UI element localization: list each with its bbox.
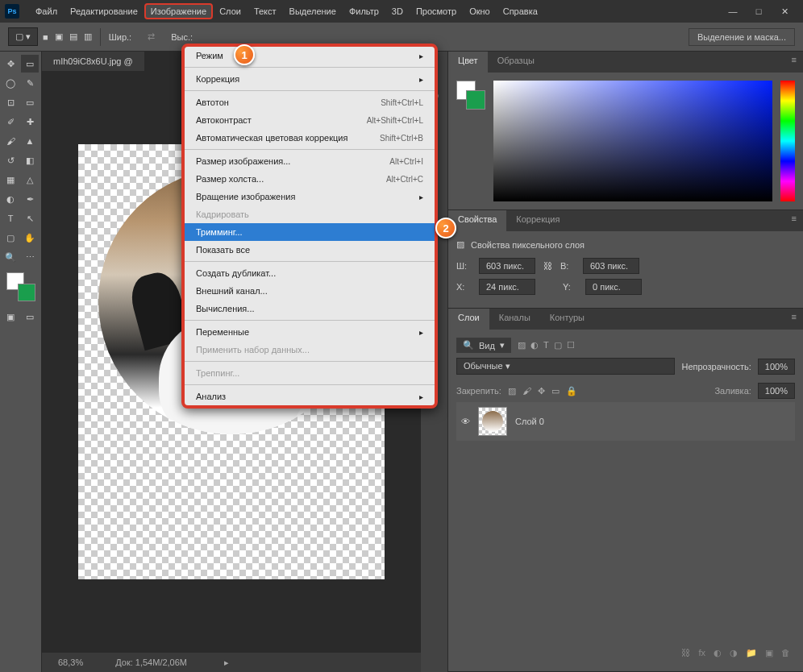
gradient-tool[interactable]: ▦ (2, 171, 19, 189)
menu-item-создать-дубликат-[interactable]: Создать дубликат... (185, 264, 435, 282)
shape-tool[interactable]: ▢ (2, 229, 19, 247)
menu-просмотр[interactable]: Просмотр (410, 3, 463, 19)
lock-all-icon[interactable]: ▨ (508, 386, 516, 396)
blend-mode-select[interactable]: Обычные ▾ (456, 358, 675, 375)
new-group-icon[interactable]: 📁 (746, 648, 757, 658)
new-selection-icon[interactable]: ■ (43, 32, 48, 42)
panel-menu-icon[interactable]: ≡ (785, 52, 803, 73)
menu-item-переменные[interactable]: Переменные (185, 323, 435, 341)
swap-icon[interactable]: ⇄ (148, 31, 155, 42)
panel-menu-icon[interactable]: ≡ (785, 210, 803, 231)
menu-3d[interactable]: 3D (385, 3, 410, 19)
menu-item-вращение-изображения[interactable]: Вращение изображения (185, 188, 435, 205)
menu-окно[interactable]: Окно (463, 3, 497, 19)
new-layer-icon[interactable]: ▣ (765, 648, 773, 658)
eraser-tool[interactable]: ◧ (21, 151, 39, 169)
menu-item-коррекция[interactable]: Коррекция (185, 70, 435, 88)
chevron-right-icon[interactable]: ▸ (224, 657, 229, 668)
close-button[interactable]: ✕ (779, 6, 790, 17)
menu-item-автоконтраст[interactable]: АвтоконтрастAlt+Shift+Ctrl+L (185, 111, 435, 129)
menu-фильтр[interactable]: Фильтр (343, 3, 385, 19)
opacity-input[interactable]: 100% (758, 359, 795, 375)
quick-select-tool[interactable]: ✎ (21, 74, 39, 92)
link-icon[interactable]: ⛓ (543, 261, 552, 271)
filter-shape-icon[interactable]: ▢ (554, 340, 562, 351)
path-select-tool[interactable]: ↖ (21, 209, 39, 227)
minimize-button[interactable]: — (727, 6, 739, 17)
move-tool[interactable]: ✥ (2, 55, 19, 73)
lock-artboard-icon[interactable]: ▭ (551, 386, 560, 396)
tab-swatches[interactable]: Образцы (488, 52, 544, 73)
fg-bg-swatches[interactable] (456, 81, 485, 110)
y-input[interactable]: 0 пикс. (585, 279, 642, 295)
tool-preset-selector[interactable]: ▢ ▾ (8, 27, 38, 46)
maximize-button[interactable]: □ (753, 6, 764, 17)
blur-tool[interactable]: △ (21, 171, 39, 189)
lock-position-icon[interactable]: ✥ (538, 386, 545, 396)
menu-item-автоматическая-цветовая-коррекция[interactable]: Автоматическая цветовая коррекцияShift+C… (185, 129, 435, 147)
menu-item-анализ[interactable]: Анализ (185, 388, 435, 405)
type-tool[interactable]: T (2, 209, 19, 227)
screen-mode-toggle[interactable]: ▭ (21, 308, 39, 326)
tab-paths[interactable]: Контуры (540, 309, 594, 330)
x-input[interactable]: 24 пикс. (479, 279, 535, 295)
menu-файл[interactable]: Файл (29, 3, 64, 19)
menu-item-автотон[interactable]: АвтотонShift+Ctrl+L (185, 93, 435, 111)
zoom-tool[interactable]: 🔍 (2, 248, 19, 266)
marquee-tool[interactable]: ▭ (21, 55, 39, 73)
menu-item-размер-изображения-[interactable]: Размер изображения...Alt+Ctrl+I (185, 152, 435, 170)
tab-properties[interactable]: Свойства (448, 210, 506, 231)
tab-layers[interactable]: Слои (448, 309, 489, 330)
subtract-selection-icon[interactable]: ▤ (69, 31, 77, 42)
visibility-icon[interactable]: 👁 (461, 417, 470, 426)
menu-слои[interactable]: Слои (213, 3, 248, 19)
healing-tool[interactable]: ✚ (21, 113, 39, 131)
menu-item-показать-все[interactable]: Показать все (185, 241, 435, 259)
lock-pixels-icon[interactable]: 🖌 (522, 386, 531, 396)
frame-tool[interactable]: ▭ (21, 93, 39, 111)
menu-item-внешний-канал-[interactable]: Внешний канал... (185, 282, 435, 300)
layer-fx-icon[interactable]: fx (698, 648, 705, 658)
quickmask-toggle[interactable]: ▣ (2, 308, 19, 326)
select-and-mask-button[interactable]: Выделение и маска... (689, 28, 795, 46)
filter-smart-icon[interactable]: ☐ (567, 340, 575, 351)
delete-icon[interactable]: 🗑 (781, 648, 790, 658)
eyedropper-tool[interactable]: ✐ (2, 113, 19, 131)
link-layers-icon[interactable]: ⛓ (681, 648, 690, 658)
menu-редактирование[interactable]: Редактирование (64, 3, 144, 19)
layer-filter[interactable]: 🔍 Вид ▾ (456, 338, 511, 353)
color-field[interactable] (493, 81, 772, 201)
lock-icon[interactable]: 🔒 (566, 386, 577, 396)
history-brush-tool[interactable]: ↺ (2, 151, 19, 169)
intersect-selection-icon[interactable]: ▥ (84, 31, 92, 42)
crop-tool[interactable]: ⊡ (2, 93, 19, 111)
new-fill-icon[interactable]: ◑ (730, 648, 738, 658)
hand-tool[interactable]: ✋ (21, 229, 39, 247)
menu-item-размер-холста-[interactable]: Размер холста...Alt+Ctrl+C (185, 170, 435, 188)
height-input[interactable]: 603 пикс. (583, 258, 639, 274)
stamp-tool[interactable]: ▲ (21, 132, 39, 150)
document-tab[interactable]: mIh09iC8x6U.jpg @ (42, 52, 144, 71)
filter-pixel-icon[interactable]: ▨ (518, 340, 526, 351)
menu-item-тримминг-[interactable]: Тримминг... (185, 223, 435, 241)
width-input[interactable]: 603 пикс. (479, 258, 535, 274)
tab-channels[interactable]: Каналы (489, 309, 540, 330)
panel-menu-icon[interactable]: ≡ (785, 309, 803, 330)
layer-mask-icon[interactable]: ◐ (714, 648, 722, 658)
more-tool[interactable]: ⋯ (21, 248, 39, 266)
menu-item-вычисления-[interactable]: Вычисления... (185, 300, 435, 317)
menu-текст[interactable]: Текст (248, 3, 283, 19)
fill-input[interactable]: 100% (758, 383, 795, 399)
add-selection-icon[interactable]: ▣ (55, 31, 63, 42)
layer-item[interactable]: 👁 Слой 0 (456, 402, 795, 441)
filter-adjust-icon[interactable]: ◐ (530, 340, 539, 351)
filter-type-icon[interactable]: T (543, 340, 549, 351)
menu-выделение[interactable]: Выделение (283, 3, 343, 19)
menu-справка[interactable]: Справка (497, 3, 544, 19)
brush-tool[interactable]: 🖌 (2, 132, 19, 150)
menu-изображение[interactable]: Изображение (144, 3, 213, 19)
menu-item-режим[interactable]: Режим (185, 47, 435, 64)
color-swatches[interactable] (6, 272, 35, 301)
pen-tool[interactable]: ✒ (21, 190, 39, 208)
dodge-tool[interactable]: ◐ (2, 190, 19, 208)
